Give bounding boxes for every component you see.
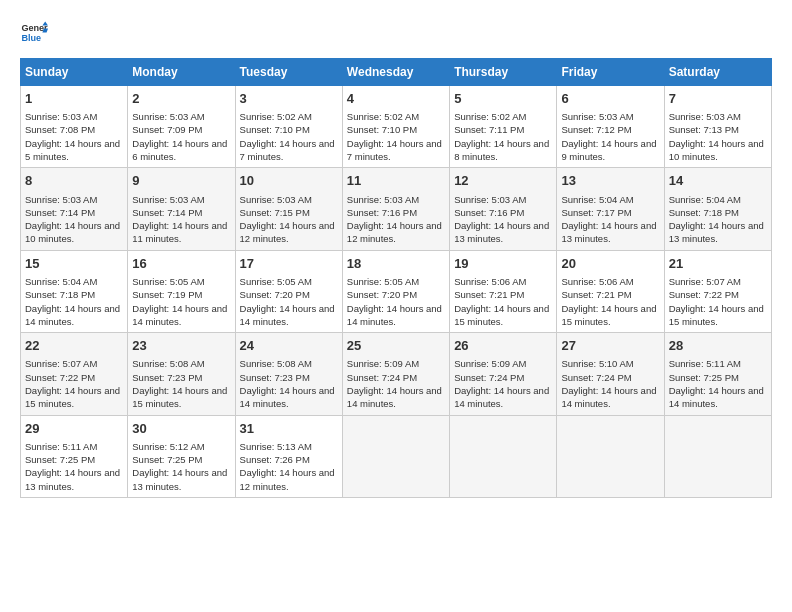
- day-number: 27: [561, 337, 659, 355]
- calendar-cell: 16Sunrise: 5:05 AMSunset: 7:19 PMDayligh…: [128, 250, 235, 332]
- sunset-label: Sunset: 7:24 PM: [454, 372, 524, 383]
- daylight-label: Daylight: 14 hours and 13 minutes.: [561, 220, 656, 244]
- day-number: 20: [561, 255, 659, 273]
- sunrise-label: Sunrise: 5:06 AM: [561, 276, 633, 287]
- sunrise-label: Sunrise: 5:03 AM: [25, 194, 97, 205]
- calendar-cell: [342, 415, 449, 497]
- day-number: 4: [347, 90, 445, 108]
- sunrise-label: Sunrise: 5:04 AM: [669, 194, 741, 205]
- day-number: 12: [454, 172, 552, 190]
- daylight-label: Daylight: 14 hours and 5 minutes.: [25, 138, 120, 162]
- sunset-label: Sunset: 7:25 PM: [25, 454, 95, 465]
- col-saturday: Saturday: [664, 59, 771, 86]
- daylight-label: Daylight: 14 hours and 10 minutes.: [669, 138, 764, 162]
- sunrise-label: Sunrise: 5:03 AM: [561, 111, 633, 122]
- sunset-label: Sunset: 7:23 PM: [240, 372, 310, 383]
- day-number: 31: [240, 420, 338, 438]
- daylight-label: Daylight: 14 hours and 15 minutes.: [669, 303, 764, 327]
- sunrise-label: Sunrise: 5:03 AM: [454, 194, 526, 205]
- calendar-cell: 7Sunrise: 5:03 AMSunset: 7:13 PMDaylight…: [664, 86, 771, 168]
- calendar-cell: 28Sunrise: 5:11 AMSunset: 7:25 PMDayligh…: [664, 333, 771, 415]
- sunset-label: Sunset: 7:14 PM: [132, 207, 202, 218]
- sunset-label: Sunset: 7:13 PM: [669, 124, 739, 135]
- daylight-label: Daylight: 14 hours and 14 minutes.: [561, 385, 656, 409]
- calendar-week-3: 15Sunrise: 5:04 AMSunset: 7:18 PMDayligh…: [21, 250, 772, 332]
- sunrise-label: Sunrise: 5:09 AM: [347, 358, 419, 369]
- daylight-label: Daylight: 14 hours and 13 minutes.: [132, 467, 227, 491]
- sunset-label: Sunset: 7:25 PM: [669, 372, 739, 383]
- calendar-week-5: 29Sunrise: 5:11 AMSunset: 7:25 PMDayligh…: [21, 415, 772, 497]
- day-number: 30: [132, 420, 230, 438]
- sunrise-label: Sunrise: 5:09 AM: [454, 358, 526, 369]
- sunrise-label: Sunrise: 5:04 AM: [561, 194, 633, 205]
- day-number: 17: [240, 255, 338, 273]
- sunset-label: Sunset: 7:20 PM: [347, 289, 417, 300]
- col-thursday: Thursday: [450, 59, 557, 86]
- daylight-label: Daylight: 14 hours and 14 minutes.: [25, 303, 120, 327]
- sunset-label: Sunset: 7:25 PM: [132, 454, 202, 465]
- header-row: Sunday Monday Tuesday Wednesday Thursday…: [21, 59, 772, 86]
- sunset-label: Sunset: 7:21 PM: [561, 289, 631, 300]
- sunrise-label: Sunrise: 5:13 AM: [240, 441, 312, 452]
- daylight-label: Daylight: 14 hours and 10 minutes.: [25, 220, 120, 244]
- calendar-cell: 6Sunrise: 5:03 AMSunset: 7:12 PMDaylight…: [557, 86, 664, 168]
- sunrise-label: Sunrise: 5:12 AM: [132, 441, 204, 452]
- sunrise-label: Sunrise: 5:02 AM: [240, 111, 312, 122]
- sunset-label: Sunset: 7:23 PM: [132, 372, 202, 383]
- sunrise-label: Sunrise: 5:07 AM: [669, 276, 741, 287]
- calendar-cell: 22Sunrise: 5:07 AMSunset: 7:22 PMDayligh…: [21, 333, 128, 415]
- daylight-label: Daylight: 14 hours and 12 minutes.: [240, 467, 335, 491]
- sunset-label: Sunset: 7:24 PM: [347, 372, 417, 383]
- calendar-cell: 14Sunrise: 5:04 AMSunset: 7:18 PMDayligh…: [664, 168, 771, 250]
- calendar-cell: 3Sunrise: 5:02 AMSunset: 7:10 PMDaylight…: [235, 86, 342, 168]
- daylight-label: Daylight: 14 hours and 14 minutes.: [240, 303, 335, 327]
- sunset-label: Sunset: 7:16 PM: [347, 207, 417, 218]
- daylight-label: Daylight: 14 hours and 15 minutes.: [561, 303, 656, 327]
- daylight-label: Daylight: 14 hours and 7 minutes.: [240, 138, 335, 162]
- day-number: 6: [561, 90, 659, 108]
- calendar-cell: [664, 415, 771, 497]
- daylight-label: Daylight: 14 hours and 14 minutes.: [347, 303, 442, 327]
- daylight-label: Daylight: 14 hours and 8 minutes.: [454, 138, 549, 162]
- sunrise-label: Sunrise: 5:05 AM: [240, 276, 312, 287]
- calendar-cell: 31Sunrise: 5:13 AMSunset: 7:26 PMDayligh…: [235, 415, 342, 497]
- calendar-cell: 12Sunrise: 5:03 AMSunset: 7:16 PMDayligh…: [450, 168, 557, 250]
- calendar-cell: 13Sunrise: 5:04 AMSunset: 7:17 PMDayligh…: [557, 168, 664, 250]
- calendar-cell: 17Sunrise: 5:05 AMSunset: 7:20 PMDayligh…: [235, 250, 342, 332]
- sunset-label: Sunset: 7:17 PM: [561, 207, 631, 218]
- sunrise-label: Sunrise: 5:03 AM: [347, 194, 419, 205]
- sunrise-label: Sunrise: 5:03 AM: [25, 111, 97, 122]
- sunset-label: Sunset: 7:22 PM: [669, 289, 739, 300]
- calendar-cell: 5Sunrise: 5:02 AMSunset: 7:11 PMDaylight…: [450, 86, 557, 168]
- day-number: 2: [132, 90, 230, 108]
- day-number: 25: [347, 337, 445, 355]
- calendar-week-2: 8Sunrise: 5:03 AMSunset: 7:14 PMDaylight…: [21, 168, 772, 250]
- col-monday: Monday: [128, 59, 235, 86]
- sunset-label: Sunset: 7:22 PM: [25, 372, 95, 383]
- sunrise-label: Sunrise: 5:07 AM: [25, 358, 97, 369]
- sunset-label: Sunset: 7:08 PM: [25, 124, 95, 135]
- sunset-label: Sunset: 7:12 PM: [561, 124, 631, 135]
- daylight-label: Daylight: 14 hours and 15 minutes.: [454, 303, 549, 327]
- calendar-cell: 27Sunrise: 5:10 AMSunset: 7:24 PMDayligh…: [557, 333, 664, 415]
- daylight-label: Daylight: 14 hours and 7 minutes.: [347, 138, 442, 162]
- daylight-label: Daylight: 14 hours and 13 minutes.: [669, 220, 764, 244]
- daylight-label: Daylight: 14 hours and 13 minutes.: [25, 467, 120, 491]
- calendar-cell: 9Sunrise: 5:03 AMSunset: 7:14 PMDaylight…: [128, 168, 235, 250]
- calendar-cell: 26Sunrise: 5:09 AMSunset: 7:24 PMDayligh…: [450, 333, 557, 415]
- day-number: 24: [240, 337, 338, 355]
- daylight-label: Daylight: 14 hours and 12 minutes.: [240, 220, 335, 244]
- daylight-label: Daylight: 14 hours and 14 minutes.: [132, 303, 227, 327]
- day-number: 3: [240, 90, 338, 108]
- calendar-cell: 10Sunrise: 5:03 AMSunset: 7:15 PMDayligh…: [235, 168, 342, 250]
- sunset-label: Sunset: 7:15 PM: [240, 207, 310, 218]
- col-sunday: Sunday: [21, 59, 128, 86]
- logo: General Blue: [20, 20, 48, 48]
- calendar-cell: 20Sunrise: 5:06 AMSunset: 7:21 PMDayligh…: [557, 250, 664, 332]
- sunrise-label: Sunrise: 5:08 AM: [132, 358, 204, 369]
- daylight-label: Daylight: 14 hours and 12 minutes.: [347, 220, 442, 244]
- daylight-label: Daylight: 14 hours and 9 minutes.: [561, 138, 656, 162]
- calendar-cell: 2Sunrise: 5:03 AMSunset: 7:09 PMDaylight…: [128, 86, 235, 168]
- daylight-label: Daylight: 14 hours and 14 minutes.: [347, 385, 442, 409]
- calendar-cell: 1Sunrise: 5:03 AMSunset: 7:08 PMDaylight…: [21, 86, 128, 168]
